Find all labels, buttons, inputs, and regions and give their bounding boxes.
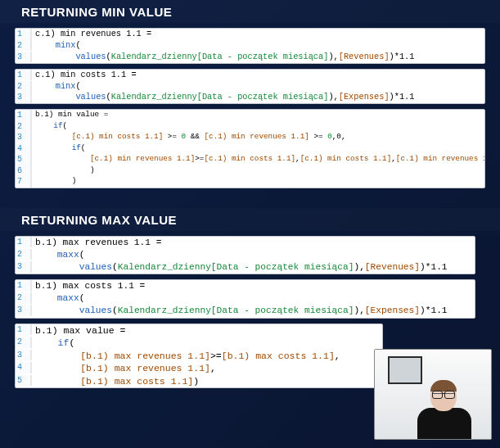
line-number: 4 — [16, 362, 32, 373]
line-number: 3 — [16, 52, 32, 63]
code-line[interactable]: minx( — [32, 81, 84, 93]
line-number: 1 — [16, 29, 32, 40]
line-number: 1 — [16, 280, 32, 292]
presenter-avatar — [412, 375, 476, 439]
code-line[interactable]: maxx( — [32, 292, 88, 305]
line-number: 2 — [16, 81, 32, 93]
code-block-min-revenues[interactable]: 1 c.1) min revenues 1.1 = 2 minx( 3 valu… — [15, 28, 485, 64]
code-line[interactable]: [b.1) max revenues 1.1]>=[b.1) max costs… — [32, 350, 344, 363]
line-number: 2 — [16, 249, 32, 260]
line-number: 1 — [16, 110, 32, 121]
code-line[interactable]: values(Kalendarz_dzienny[Data - początek… — [32, 305, 451, 317]
code-line[interactable]: b.1) max value = — [32, 324, 128, 337]
code-line[interactable]: [b.1) max revenues 1.1], — [32, 362, 219, 375]
code-line[interactable]: ) — [32, 165, 98, 176]
screenshot-root: RETURNING MIN VALUE 1 c.1) min revenues … — [0, 0, 500, 448]
code-line[interactable]: minx( — [32, 40, 84, 52]
line-number: 2 — [16, 40, 32, 52]
line-number: 2 — [16, 337, 32, 348]
line-number: 3 — [16, 261, 32, 273]
code-line[interactable]: values(Kalendarz_dzienny[Data - początek… — [32, 92, 417, 103]
code-line[interactable]: c.1) min costs 1.1 = — [32, 70, 140, 81]
line-number: 6 — [16, 165, 32, 177]
code-line[interactable]: if( — [32, 337, 78, 350]
webcam-overlay — [374, 349, 492, 440]
line-number: 2 — [16, 292, 32, 304]
code-block-min-costs[interactable]: 1 c.1) min costs 1.1 = 2 minx( 3 values(… — [15, 69, 485, 105]
line-number: 1 — [16, 70, 32, 81]
code-line[interactable]: if( — [32, 121, 70, 132]
line-number: 5 — [16, 375, 32, 387]
code-block-min-value[interactable]: 1 b.1) min value = 2 if( 3 [c.1) min cos… — [15, 109, 485, 188]
line-number: 4 — [16, 143, 32, 155]
code-line[interactable]: ) — [32, 176, 79, 187]
line-number: 3 — [16, 350, 32, 361]
section-title-max: RETURNING MAX VALUE — [0, 208, 500, 231]
code-line[interactable]: b.1) max costs 1.1 = — [32, 280, 148, 292]
min-blocks: 1 c.1) min revenues 1.1 = 2 minx( 3 valu… — [0, 28, 500, 188]
line-number: 2 — [16, 121, 32, 133]
code-line[interactable]: [c.1) min revenues 1.1]>=[c.1) min costs… — [32, 154, 485, 165]
line-number: 1 — [16, 324, 32, 336]
code-block-max-value[interactable]: 1 b.1) max value = 2 if( 3 [b.1) max rev… — [15, 324, 383, 389]
code-line[interactable]: [b.1) max costs 1.1]) — [32, 375, 202, 388]
line-number: 5 — [16, 154, 32, 165]
line-number: 7 — [16, 176, 32, 188]
code-line[interactable]: c.1) min revenues 1.1 = — [32, 29, 155, 40]
line-number: 3 — [16, 305, 32, 316]
code-line[interactable]: maxx( — [32, 249, 88, 261]
code-line[interactable]: b.1) max revenues 1.1 = — [32, 237, 164, 249]
line-number: 1 — [16, 237, 32, 248]
code-line[interactable]: values(Kalendarz_dzienny[Data - początek… — [32, 52, 417, 63]
line-number: 3 — [16, 132, 32, 143]
code-line[interactable]: values(Kalendarz_dzienny[Data - początek… — [32, 261, 451, 274]
code-line[interactable]: if( — [32, 143, 88, 154]
line-number: 3 — [16, 92, 32, 103]
code-line[interactable]: b.1) min value = — [32, 110, 111, 120]
code-block-max-costs[interactable]: 1 b.1) max costs 1.1 = 2 maxx( 3 values(… — [15, 279, 475, 318]
section-title-min: RETURNING MIN VALUE — [0, 0, 500, 23]
code-block-max-revenues[interactable]: 1 b.1) max revenues 1.1 = 2 maxx( 3 valu… — [15, 236, 475, 274]
code-line[interactable]: [c.1) min costs 1.1] >= 0 && [c.1) min r… — [32, 132, 349, 143]
